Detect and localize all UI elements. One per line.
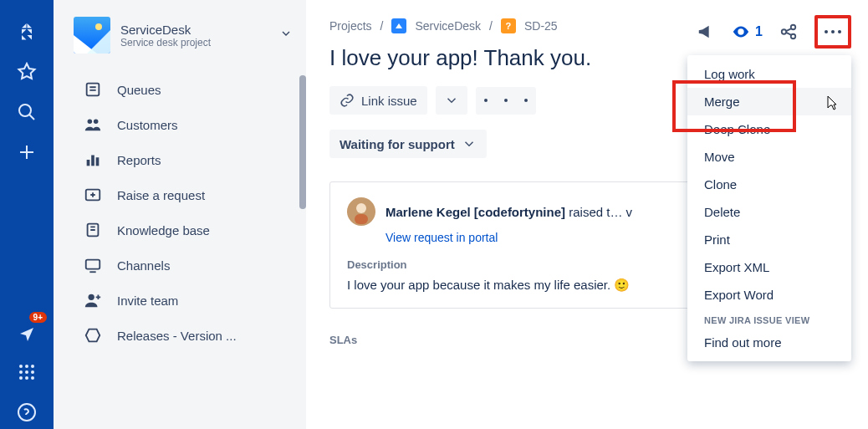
sidebar-item-reports[interactable]: Reports [60, 142, 299, 177]
issue-type-icon: ? [501, 18, 516, 33]
sidebar-item-label: Queues [117, 83, 161, 97]
link-issue-button[interactable]: Link issue [329, 86, 427, 115]
status-dropdown[interactable]: Waiting for support [329, 130, 487, 158]
sidebar-item-label: Channels [117, 258, 170, 273]
menu-item-delete[interactable]: Delete [687, 198, 851, 226]
jira-logo-icon[interactable] [10, 15, 43, 49]
menu-item-clone[interactable]: Clone [687, 171, 851, 198]
link-issue-dropdown[interactable] [436, 86, 467, 115]
create-icon[interactable] [10, 135, 43, 169]
project-avatar-icon [74, 17, 110, 54]
help-icon[interactable] [10, 396, 43, 429]
knowledge-base-icon [84, 221, 102, 239]
watchers-count: 1 [755, 24, 763, 39]
raise-request-icon [84, 186, 102, 204]
svg-point-2 [25, 365, 28, 368]
svg-point-7 [19, 376, 23, 380]
breadcrumb-issue-key[interactable]: SD-25 [524, 19, 558, 33]
svg-point-9 [31, 376, 34, 380]
search-icon[interactable] [10, 95, 43, 129]
breadcrumb-projects[interactable]: Projects [329, 19, 372, 33]
svg-point-21 [782, 29, 787, 34]
svg-point-5 [25, 370, 28, 374]
svg-rect-16 [96, 157, 100, 166]
more-actions-menu: Log work Merge Deep Clone Move Clone Del… [687, 55, 851, 361]
watchers-button[interactable]: 1 [732, 23, 763, 41]
sidebar-item-channels[interactable]: Channels [60, 248, 299, 283]
svg-point-1 [19, 365, 23, 368]
customers-icon [84, 115, 102, 134]
main-content: Projects / ServiceDesk / ? SD-25 1 [306, 0, 868, 429]
more-actions-highlight [814, 15, 851, 49]
sidebar-item-raise-request[interactable]: Raise a request [60, 177, 299, 212]
status-label: Waiting for support [340, 137, 455, 151]
invite-team-icon [84, 291, 102, 309]
sidebar-item-label: Raise a request [117, 188, 205, 202]
menu-item-move[interactable]: Move [687, 143, 851, 171]
view-in-portal-link[interactable]: View request in portal [385, 231, 498, 244]
svg-rect-19 [86, 260, 100, 269]
notifications-icon[interactable]: 9+ [10, 315, 43, 349]
cursor-pointer-icon [825, 94, 838, 115]
breadcrumb-project[interactable]: ServiceDesk [415, 19, 481, 33]
breadcrumb-separator: / [380, 19, 384, 33]
sidebar-item-customers[interactable]: Customers [60, 107, 299, 142]
menu-section-header: NEW JIRA ISSUE VIEW [687, 309, 851, 329]
feedback-button[interactable] [697, 23, 715, 41]
menu-item-find-out-more[interactable]: Find out more [687, 329, 851, 356]
project-switcher[interactable]: ServiceDesk Service desk project [54, 0, 306, 67]
svg-rect-15 [91, 156, 94, 166]
project-sidebar: ServiceDesk Service desk project Queues … [54, 0, 306, 429]
star-icon[interactable] [10, 55, 43, 89]
svg-rect-14 [87, 160, 90, 166]
menu-item-merge[interactable]: Merge [687, 88, 851, 115]
releases-icon [84, 326, 102, 345]
svg-point-0 [19, 105, 31, 116]
reporter-action: raised t… [569, 205, 622, 219]
reporter-suffix: v [626, 205, 633, 219]
more-actions-button[interactable] [825, 20, 841, 43]
share-button[interactable] [779, 23, 798, 41]
sidebar-nav: Queues Customers Reports Raise a request… [54, 67, 306, 358]
sidebar-item-invite-team[interactable]: Invite team [60, 283, 299, 318]
menu-item-print[interactable]: Print [687, 226, 851, 253]
svg-point-22 [791, 25, 796, 30]
svg-point-23 [791, 34, 796, 39]
project-subtitle: Service desk project [120, 37, 269, 49]
svg-point-4 [19, 370, 23, 374]
apps-icon[interactable] [10, 355, 43, 389]
sidebar-item-label: Invite team [117, 294, 178, 308]
sidebar-item-queues[interactable]: Queues [60, 72, 299, 107]
svg-point-8 [25, 376, 28, 380]
menu-item-log-work[interactable]: Log work [687, 60, 851, 88]
breadcrumb-separator: / [489, 19, 493, 33]
link-issue-label: Link issue [361, 94, 417, 108]
channels-icon [84, 256, 102, 274]
menu-item-export-xml[interactable]: Export XML [687, 253, 851, 281]
global-rail: 9+ [0, 0, 54, 429]
queues-icon [84, 80, 102, 99]
svg-point-6 [31, 370, 34, 374]
chevron-down-icon [279, 27, 293, 43]
notification-badge: 9+ [29, 312, 47, 323]
menu-item-label: Merge [704, 94, 740, 109]
more-quick-actions-button[interactable] [476, 87, 536, 115]
menu-item-deep-clone[interactable]: Deep Clone [687, 115, 851, 143]
sidebar-item-label: Customers [117, 118, 178, 132]
issue-top-actions: 1 [697, 15, 851, 49]
svg-point-12 [88, 120, 93, 125]
reporter-name: Marlene Kegel [codefortynine] [385, 205, 565, 219]
svg-point-3 [31, 365, 34, 368]
sidebar-item-releases[interactable]: Releases - Version ... [60, 318, 299, 353]
svg-point-13 [94, 120, 99, 125]
sidebar-item-label: Reports [117, 153, 161, 167]
sidebar-item-label: Knowledge base [117, 223, 210, 237]
menu-item-export-word[interactable]: Export Word [687, 281, 851, 309]
sidebar-item-knowledge-base[interactable]: Knowledge base [60, 212, 299, 248]
sidebar-item-label: Releases - Version ... [117, 329, 237, 343]
reporter-line: Marlene Kegel [codefortynine] raised t… … [385, 205, 632, 219]
avatar[interactable] [347, 197, 375, 226]
project-name: ServiceDesk [120, 23, 269, 37]
reports-icon [84, 151, 102, 169]
sidebar-scrollbar[interactable] [299, 75, 306, 209]
